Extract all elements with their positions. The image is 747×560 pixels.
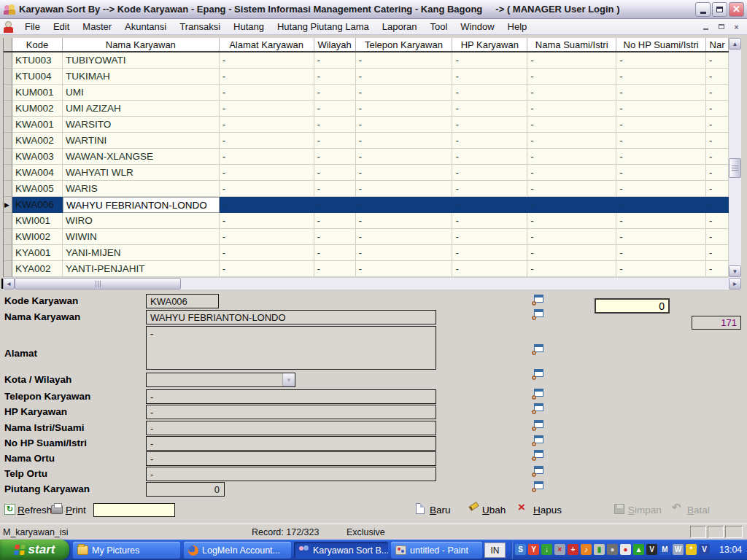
menu-item-help[interactable]: Help: [501, 19, 534, 34]
table-row[interactable]: KWA005WARIS-------: [4, 181, 729, 197]
table-row[interactable]: KWA003WAWAN-XLANGSE-------: [4, 149, 729, 165]
table-row[interactable]: KTU004TUKIMAH-------: [4, 69, 729, 85]
column-header-alamat-karyawan[interactable]: Alamat Karyawan: [220, 38, 314, 51]
minimize-button[interactable]: [695, 2, 711, 17]
ubah-button[interactable]: Ubah: [482, 505, 506, 516]
display-manager-tray-icon[interactable]: M: [659, 544, 670, 555]
column-header-kode[interactable]: Kode: [12, 38, 63, 51]
network-offline-tray-icon[interactable]: ×: [554, 544, 565, 555]
menu-item-master[interactable]: Master: [76, 19, 118, 34]
menu-item-edit[interactable]: Edit: [47, 19, 76, 34]
grid-horizontal-scrollbar[interactable]: ◄ ►: [3, 278, 741, 289]
baru-button[interactable]: Baru: [430, 505, 451, 516]
lookup-magnifier-icon[interactable]: [532, 389, 544, 400]
table-row[interactable]: KWA001WARSITO-------: [4, 117, 729, 133]
column-header-telepon-karyawan[interactable]: Telepon Karyawan: [356, 38, 453, 51]
antivirus-shield-tray-icon[interactable]: +: [568, 544, 578, 555]
pen-tablet-tray-icon[interactable]: ●: [620, 544, 631, 555]
telp-ortu-field[interactable]: -: [146, 467, 436, 481]
extra-amount-field[interactable]: 0: [595, 298, 670, 314]
hp-karyawan-field[interactable]: -: [146, 405, 436, 419]
nama-ortu-field[interactable]: -: [146, 451, 436, 466]
no-hp-suami-istri-field[interactable]: -: [146, 436, 436, 451]
column-header-wilayah[interactable]: Wilayah: [314, 38, 356, 51]
hapus-button[interactable]: Hapus: [533, 505, 562, 516]
nama-karyawan-field[interactable]: WAHYU FEBRIANTON-LONDO: [146, 310, 436, 324]
window-manager-tray-icon[interactable]: W: [673, 544, 684, 555]
menu-item-tool[interactable]: Tool: [423, 19, 454, 34]
scroll-down-button[interactable]: ▼: [729, 265, 741, 277]
table-row[interactable]: ▶KWA006WAHYU FEBRIANTON-LONDO-------: [4, 197, 729, 213]
close-button[interactable]: ✕: [729, 2, 744, 17]
scroll-up-button[interactable]: ▲: [729, 38, 741, 50]
start-button[interactable]: start: [0, 540, 69, 560]
quick-search-input[interactable]: [93, 503, 175, 517]
chevron-down-icon[interactable]: ▼: [282, 373, 295, 386]
lookup-magnifier-icon[interactable]: [532, 344, 544, 355]
table-row[interactable]: KUM001UMI-------: [4, 85, 729, 101]
restore-button[interactable]: [712, 2, 727, 17]
table-row[interactable]: KUM002UMI AZIZAH-------: [4, 101, 729, 117]
alamat-field[interactable]: -: [146, 326, 436, 370]
mdi-restore-button[interactable]: [715, 21, 727, 32]
piutang-karyawan-field[interactable]: 0: [146, 482, 225, 497]
reminder-bulb-tray-icon[interactable]: *: [686, 544, 697, 555]
menu-item-transaksi[interactable]: Transaksi: [173, 19, 227, 34]
mdi-minimize-button[interactable]: [700, 21, 712, 32]
task-button-logmein-account-[interactable]: LogMeIn Account...: [184, 542, 291, 559]
vertical-scroll-thumb[interactable]: [729, 158, 741, 178]
table-row[interactable]: KTU003TUBIYOWATI-------: [4, 52, 729, 69]
lookup-magnifier-icon[interactable]: [532, 309, 544, 320]
mdi-close-button[interactable]: ×: [730, 21, 743, 32]
table-row[interactable]: KWI001WIRO-------: [4, 213, 729, 229]
column-header-nama-suami-istri[interactable]: Nama Suami/Istri: [527, 38, 616, 51]
volume-tray-icon[interactable]: ♪: [581, 544, 592, 555]
horizontal-scroll-thumb[interactable]: [15, 278, 181, 289]
menu-item-akuntansi[interactable]: Akuntansi: [118, 19, 173, 34]
batal-button[interactable]: Batal: [687, 505, 710, 516]
scheduler-tray-icon[interactable]: ●: [607, 544, 618, 555]
print-button[interactable]: Print: [66, 505, 86, 516]
vnc-tray-icon[interactable]: V: [646, 544, 657, 555]
task-button-untitled-paint[interactable]: untitled - Paint: [391, 542, 482, 559]
task-button-my-pictures[interactable]: My Pictures: [73, 542, 180, 559]
menu-item-window[interactable]: Window: [454, 19, 500, 34]
download-manager-tray-icon[interactable]: ↓: [541, 544, 552, 555]
updater-tray-icon[interactable]: ▲: [633, 544, 644, 555]
battery-meter-tray-icon[interactable]: ▮: [594, 544, 605, 555]
menu-item-file[interactable]: File: [18, 19, 47, 34]
table-row[interactable]: KWA004WAHYATI WLR-------: [4, 165, 729, 181]
grid-vertical-scrollbar[interactable]: ▲ ▼: [729, 38, 741, 278]
column-header-nar[interactable]: Nar: [706, 38, 729, 51]
lookup-magnifier-icon[interactable]: [532, 369, 544, 380]
nama-istri-suami-field[interactable]: -: [146, 421, 436, 435]
kota-wilayah-select[interactable]: ▼: [146, 373, 295, 387]
telepon-karyawan-field[interactable]: -: [146, 389, 436, 404]
column-header-hp-karyawan[interactable]: HP Karyawan: [452, 38, 527, 51]
column-header-nama-karyawan[interactable]: Nama Karyawan: [63, 38, 220, 51]
lookup-magnifier-icon[interactable]: [532, 466, 544, 477]
wireless-antenna-tray-icon[interactable]: Y: [528, 544, 539, 555]
scroll-left-button[interactable]: ◄: [3, 278, 15, 289]
table-row[interactable]: KYA001YANI-MIJEN-------: [4, 245, 729, 261]
simpan-button[interactable]: Simpan: [628, 505, 662, 516]
task-button-karyawan-sort-b-[interactable]: Karyawan Sort B...: [294, 542, 388, 559]
column-header-no-hp-suami-istri[interactable]: No HP Suami/Istri: [616, 38, 706, 51]
menu-item-hutang[interactable]: Hutang: [227, 19, 271, 34]
scroll-right-button[interactable]: ►: [729, 278, 741, 289]
table-row[interactable]: KYA002YANTI-PENJAHIT-------: [4, 261, 729, 277]
lookup-magnifier-icon[interactable]: [532, 295, 544, 306]
security-v-shield-tray-icon[interactable]: V: [699, 544, 710, 555]
menu-item-hutang-piutang-lama[interactable]: Hutang Piutang Lama: [271, 19, 376, 34]
refresh-button[interactable]: Refresh: [18, 505, 52, 516]
table-row[interactable]: KWI002WIWIN-------: [4, 229, 729, 245]
table-row[interactable]: KWA002WARTINI-------: [4, 133, 729, 149]
menu-item-laporan[interactable]: Laporan: [376, 19, 424, 34]
lookup-magnifier-icon[interactable]: [532, 481, 544, 492]
lookup-magnifier-icon[interactable]: [532, 420, 544, 431]
language-indicator[interactable]: IN: [484, 542, 506, 558]
lookup-magnifier-icon[interactable]: [532, 403, 544, 414]
lookup-magnifier-icon[interactable]: [532, 435, 544, 446]
remote-access-tray-icon[interactable]: S: [515, 544, 526, 555]
lookup-magnifier-icon[interactable]: [532, 450, 544, 461]
